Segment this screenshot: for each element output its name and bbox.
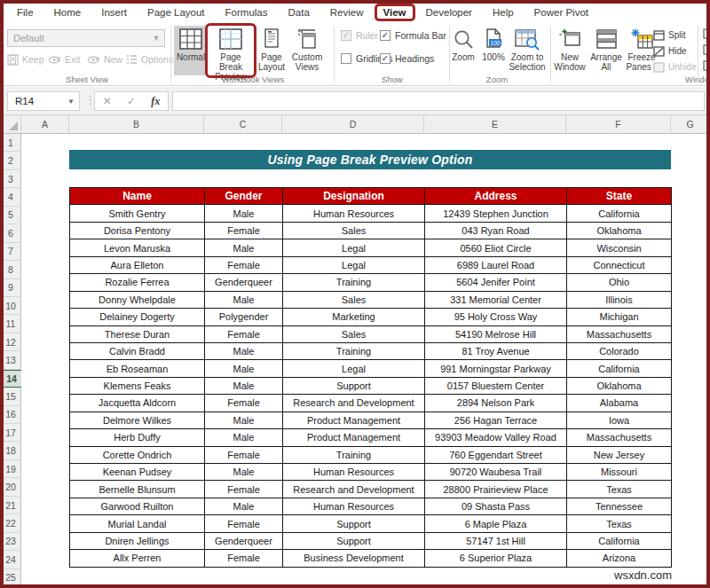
zoom-100-button[interactable]: 100 100% xyxy=(479,26,508,75)
table-cell[interactable]: Male xyxy=(205,360,283,377)
page-layout-view-button[interactable]: Page Layout xyxy=(256,26,288,75)
table-cell[interactable]: Oklahoma xyxy=(567,222,672,239)
tab-home[interactable]: Home xyxy=(44,4,91,21)
enter-icon[interactable]: ✓ xyxy=(127,95,136,107)
table-header-address[interactable]: Address xyxy=(425,188,567,205)
table-cell[interactable]: Male xyxy=(205,377,283,394)
view-side-by-side-icon[interactable] xyxy=(703,28,710,39)
column-header-c[interactable]: C xyxy=(204,115,282,133)
table-cell[interactable]: 90720 Waubesa Trail xyxy=(425,464,567,481)
table-cell[interactable]: Oklahoma xyxy=(567,377,672,394)
table-cell[interactable]: Male xyxy=(205,205,283,222)
select-all-corner[interactable] xyxy=(0,115,21,133)
table-cell[interactable]: Ohio xyxy=(567,274,672,291)
table-cell[interactable]: 95 Holy Cross Way xyxy=(425,309,567,325)
table-cell[interactable]: Smith Gentry xyxy=(70,205,205,222)
table-cell[interactable]: Delainey Dogerty xyxy=(70,309,205,325)
table-cell[interactable]: Sales xyxy=(283,222,425,239)
tab-file[interactable]: File xyxy=(7,4,43,21)
row-header-12[interactable]: 12 xyxy=(0,333,21,351)
table-cell[interactable]: Sales xyxy=(283,325,425,342)
column-header-a[interactable]: A xyxy=(21,115,69,133)
table-header-gender[interactable]: Gender xyxy=(205,188,283,205)
table-cell[interactable]: 54190 Melrose Hill xyxy=(425,325,567,342)
keep-button[interactable]: Keep xyxy=(7,52,44,67)
table-header-state[interactable]: State xyxy=(567,188,672,205)
column-header-d[interactable]: D xyxy=(282,115,424,133)
tab-data[interactable]: Data xyxy=(279,4,320,21)
table-cell[interactable]: 760 Eggendart Street xyxy=(425,446,567,463)
table-cell[interactable]: Training xyxy=(283,446,425,463)
tab-formulas[interactable]: Formulas xyxy=(216,4,278,21)
table-cell[interactable]: Levon Maruska xyxy=(70,239,205,256)
column-header-e[interactable]: E xyxy=(424,115,566,133)
tab-page-layout[interactable]: Page Layout xyxy=(138,4,215,21)
tab-help[interactable]: Help xyxy=(483,4,524,21)
tab-developer[interactable]: Developer xyxy=(416,4,482,21)
table-cell[interactable]: 991 Morningstar Parkway xyxy=(425,360,567,377)
column-header-f[interactable]: F xyxy=(566,115,671,133)
table-cell[interactable]: Male xyxy=(205,342,283,359)
table-cell[interactable]: Illinois xyxy=(567,291,672,308)
exit-sheet-view-button[interactable]: Exit xyxy=(48,52,81,67)
reset-window-position-icon[interactable] xyxy=(703,60,710,71)
table-cell[interactable]: Bernelle Blunsum xyxy=(70,481,205,498)
row-header-16[interactable]: 16 xyxy=(0,406,21,424)
zoom-to-selection-button[interactable]: Zoom to Selection xyxy=(508,26,547,75)
table-cell[interactable]: Therese Duran xyxy=(70,325,205,342)
table-cell[interactable]: Legal xyxy=(283,239,425,256)
headings-checkbox[interactable]: ✓ Headings xyxy=(380,52,434,65)
row-header-21[interactable]: 21 xyxy=(0,497,21,514)
table-cell[interactable]: Arizona xyxy=(567,550,672,567)
table-cell[interactable]: 09 Shasta Pass xyxy=(425,498,567,514)
table-cell[interactable]: Male xyxy=(205,412,283,428)
row-header-18[interactable]: 18 xyxy=(0,442,21,459)
table-cell[interactable]: 2894 Nelson Park xyxy=(425,395,567,412)
table-cell[interactable]: Product Management xyxy=(283,412,425,428)
row-header-9[interactable]: 9 xyxy=(0,279,21,297)
table-cell[interactable]: Female xyxy=(205,481,283,498)
zoom-button[interactable]: Zoom xyxy=(447,26,479,75)
table-cell[interactable]: Michigan xyxy=(567,309,672,325)
table-cell[interactable]: 93903 Meadow Valley Road xyxy=(425,429,567,446)
table-cell[interactable]: Product Management xyxy=(283,429,425,446)
custom-views-button[interactable]: Custom Views xyxy=(289,26,325,75)
row-header-24[interactable]: 24 xyxy=(0,551,21,568)
table-cell[interactable]: California xyxy=(567,532,672,549)
table-cell[interactable]: Legal xyxy=(283,360,425,377)
table-cell[interactable]: Massachusetts xyxy=(567,325,672,342)
row-header-2[interactable]: 2 xyxy=(0,152,21,169)
table-cell[interactable]: Texas xyxy=(567,481,672,498)
table-cell[interactable]: Support xyxy=(283,532,425,549)
row-header-11[interactable]: 11 xyxy=(0,315,21,333)
arrange-all-button[interactable]: Arrange All xyxy=(589,26,623,75)
table-cell[interactable]: 6 Maple Plaza xyxy=(425,515,567,532)
normal-view-button[interactable]: Normal xyxy=(174,26,208,75)
row-header-7[interactable]: 7 xyxy=(0,243,21,261)
formula-input[interactable] xyxy=(172,91,705,111)
table-cell[interactable]: Rozalie Ferrea xyxy=(70,274,205,291)
unhide-button[interactable]: Unhide xyxy=(653,60,697,74)
row-header-19[interactable]: 19 xyxy=(0,460,21,478)
table-cell[interactable]: Female xyxy=(205,550,283,567)
table-title-cell[interactable]: Using Page Break Preview Option xyxy=(69,150,671,169)
table-cell[interactable]: Allx Perren xyxy=(70,550,205,567)
sheet-view-options-button[interactable]: Options xyxy=(126,52,173,67)
sheet-view-combobox[interactable]: Default ▼ xyxy=(7,29,165,47)
ruler-checkbox[interactable]: ✓ Ruler xyxy=(341,29,378,42)
table-cell[interactable]: Connecticut xyxy=(567,256,672,273)
table-cell[interactable]: Jacquetta Aldcorn xyxy=(70,395,205,412)
table-cell[interactable]: Wisconsin xyxy=(567,239,672,256)
table-cell[interactable]: Genderqueer xyxy=(205,274,283,291)
table-cell[interactable]: Texas xyxy=(567,515,672,532)
table-cell[interactable]: Male xyxy=(205,429,283,446)
table-cell[interactable]: Female xyxy=(205,325,283,342)
table-cell[interactable]: Support xyxy=(283,377,425,394)
row-header-5[interactable]: 5 xyxy=(0,207,21,224)
table-cell[interactable]: Herb Duffy xyxy=(70,429,205,446)
table-cell[interactable]: 12439 Stephen Junction xyxy=(425,205,567,222)
row-header-22[interactable]: 22 xyxy=(0,514,21,532)
table-cell[interactable]: Female xyxy=(205,256,283,273)
row-header-8[interactable]: 8 xyxy=(0,261,21,278)
column-header-g[interactable]: G xyxy=(671,115,710,133)
